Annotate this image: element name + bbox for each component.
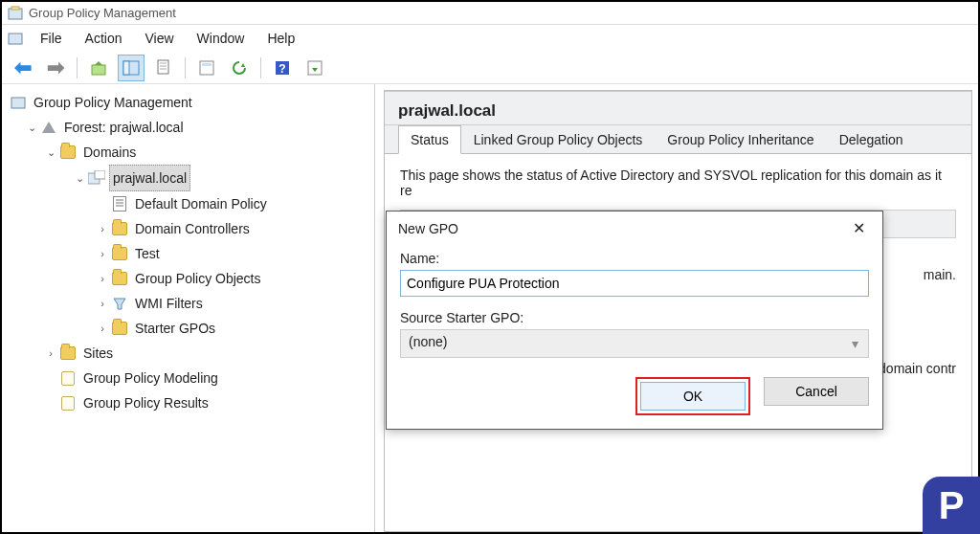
svg-rect-6 — [123, 61, 129, 75]
tree-modeling[interactable]: Group Policy Modeling — [6, 366, 370, 390]
show-hide-tree-button[interactable] — [118, 55, 145, 81]
tree-wmi[interactable]: › WMI Filters — [6, 291, 370, 316]
folder-icon — [59, 144, 77, 161]
tree-results-label: Group Policy Results — [80, 390, 212, 415]
tree-default-policy-label: Default Domain Policy — [132, 191, 270, 216]
tree-gpo-label: Group Policy Objects — [132, 266, 264, 291]
help-button[interactable]: ? — [269, 55, 296, 81]
details-heading: prajwal.local — [385, 91, 971, 125]
tree-default-policy[interactable]: Default Domain Policy — [6, 191, 370, 216]
forest-icon — [40, 119, 57, 136]
ok-highlight: OK — [635, 377, 750, 415]
dialog-titlebar: New GPO ✕ — [387, 211, 882, 243]
source-gpo-label: Source Starter GPO: — [400, 310, 869, 325]
chevron-down-icon[interactable]: ⌄ — [25, 121, 38, 134]
window-title: Group Policy Management — [29, 6, 176, 20]
svg-rect-3 — [92, 65, 105, 75]
tree-forest-label: Forest: prajwal.local — [61, 115, 187, 140]
filter-icon — [111, 295, 128, 312]
toolbar: ⬅ ➡ ? — [2, 52, 978, 84]
menu-file[interactable]: File — [29, 27, 74, 50]
svg-rect-20 — [95, 170, 105, 179]
toolbar-separator-3 — [260, 57, 261, 78]
tab-delegation[interactable]: Delegation — [827, 125, 916, 153]
source-gpo-dropdown[interactable]: (none) — [400, 329, 869, 358]
sites-icon — [59, 345, 77, 362]
tree-modeling-label: Group Policy Modeling — [80, 366, 221, 390]
policy-icon — [111, 195, 128, 212]
svg-rect-2 — [9, 33, 22, 44]
console-icon — [10, 94, 27, 111]
menu-window[interactable]: Window — [186, 27, 256, 50]
svg-marker-13 — [241, 63, 245, 67]
menu-view[interactable]: View — [133, 27, 185, 50]
tab-linked-gpo[interactable]: Linked Group Policy Objects — [461, 125, 656, 153]
tree-pane: Group Policy Management ⌄ Forest: prajwa… — [2, 84, 375, 532]
tree-domain[interactable]: ⌄ prajwal.local — [6, 165, 370, 191]
status-description: This page shows the status of Active Dir… — [400, 167, 956, 198]
watermark-logo: P — [923, 477, 980, 534]
chevron-right-icon[interactable]: › — [44, 346, 57, 360]
tree-wmi-label: WMI Filters — [132, 291, 206, 316]
tree-domains-label: Domains — [80, 140, 139, 165]
menu-action[interactable]: Action — [74, 27, 134, 50]
app-icon — [8, 6, 23, 21]
tree-forest[interactable]: ⌄ Forest: prajwal.local — [6, 115, 370, 140]
svg-marker-4 — [95, 61, 102, 65]
close-icon[interactable]: ✕ — [847, 219, 871, 237]
svg-rect-1 — [11, 7, 19, 10]
menu-help[interactable]: Help — [256, 27, 306, 50]
properties-button[interactable] — [193, 55, 220, 81]
gpo-name-input[interactable] — [400, 270, 869, 297]
folder-icon — [111, 320, 128, 337]
chevron-right-icon[interactable]: › — [96, 322, 109, 335]
name-label: Name: — [400, 251, 869, 266]
folder-icon — [111, 270, 128, 287]
chevron-right-icon[interactable]: › — [96, 222, 109, 235]
cancel-button[interactable]: Cancel — [764, 377, 869, 406]
svg-rect-0 — [9, 9, 22, 19]
tree-sites-label: Sites — [80, 341, 116, 366]
svg-text:?: ? — [278, 62, 285, 76]
tab-inheritance[interactable]: Group Policy Inheritance — [655, 125, 826, 153]
tab-status[interactable]: Status — [398, 125, 461, 154]
chevron-down-icon[interactable]: ⌄ — [44, 145, 57, 159]
export-button[interactable] — [301, 55, 328, 81]
tree-domain-label: prajwal.local — [109, 165, 190, 191]
svg-rect-7 — [158, 60, 168, 74]
chevron-down-icon[interactable]: ⌄ — [73, 171, 86, 185]
toolbar-separator — [77, 57, 78, 78]
domain-icon — [88, 169, 105, 187]
toolbar-separator-2 — [185, 57, 186, 78]
spacer — [44, 371, 57, 385]
copy-button[interactable] — [150, 55, 177, 81]
new-gpo-dialog: New GPO ✕ Name: Source Starter GPO: (non… — [386, 211, 883, 430]
console-icon — [8, 31, 23, 46]
svg-marker-21 — [114, 299, 125, 309]
chevron-right-icon[interactable]: › — [96, 297, 109, 310]
svg-rect-18 — [11, 98, 25, 108]
ok-button[interactable]: OK — [640, 382, 746, 411]
tree-root[interactable]: Group Policy Management — [6, 90, 370, 115]
chevron-right-icon[interactable]: › — [96, 247, 109, 260]
ou-icon — [111, 245, 128, 262]
tree-starter[interactable]: › Starter GPOs — [6, 316, 370, 341]
tree-dc-label: Domain Controllers — [132, 216, 253, 241]
svg-rect-12 — [202, 63, 212, 66]
tree-results[interactable]: Group Policy Results — [6, 390, 370, 415]
tree-domains[interactable]: ⌄ Domains — [6, 140, 370, 165]
spacer — [96, 197, 109, 211]
ou-icon — [111, 220, 128, 237]
chevron-right-icon[interactable]: › — [96, 272, 109, 285]
forward-button[interactable]: ➡ — [42, 55, 69, 81]
tree-sites[interactable]: › Sites — [6, 341, 370, 366]
refresh-button[interactable] — [226, 55, 253, 81]
tree-test[interactable]: › Test — [6, 241, 370, 266]
tree-gpo[interactable]: › Group Policy Objects — [6, 266, 370, 291]
tree-starter-label: Starter GPOs — [132, 316, 218, 341]
results-icon — [59, 394, 77, 412]
tree-root-label: Group Policy Management — [31, 90, 195, 115]
tree-domain-controllers[interactable]: › Domain Controllers — [6, 216, 370, 241]
back-button[interactable]: ⬅ — [10, 55, 36, 81]
up-button[interactable] — [85, 55, 112, 81]
